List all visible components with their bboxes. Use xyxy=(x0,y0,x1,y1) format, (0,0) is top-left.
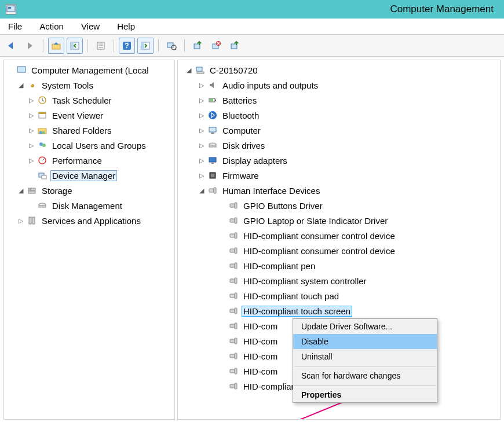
tree-label: HID-compliant pen xyxy=(242,260,317,271)
ctx-disable[interactable]: Disable xyxy=(293,334,437,349)
up-folder-button[interactable] xyxy=(48,38,64,54)
ctx-properties[interactable]: Properties xyxy=(293,387,437,402)
update-driver-button[interactable] xyxy=(189,38,206,54)
uninstall-device-button[interactable] xyxy=(227,38,243,54)
expander-icon[interactable]: ▷ xyxy=(198,111,206,119)
tree-label: HID-compliant system controller xyxy=(242,276,368,287)
ctx-update-driver[interactable]: Update Driver Software... xyxy=(293,319,437,334)
tree-shared-folders[interactable]: ▷ Shared Folders xyxy=(4,123,174,138)
device-item[interactable]: ▷HID-compliant system controller xyxy=(178,273,500,288)
device-category[interactable]: ▷Batteries xyxy=(178,93,500,108)
forward-button[interactable] xyxy=(22,38,38,54)
expander-icon[interactable]: ◢ xyxy=(198,186,206,195)
expander-icon[interactable]: ▷ xyxy=(198,171,206,179)
users-icon xyxy=(36,140,48,151)
expander-icon[interactable]: ▷ xyxy=(27,156,35,164)
expander-icon[interactable]: ▷ xyxy=(27,141,35,149)
console-tree-pane[interactable]: ▷ Computer Management (Local ◢ System To… xyxy=(3,60,175,420)
show-hidden-button[interactable] xyxy=(137,38,154,54)
tree-disk-management[interactable]: ▷ Disk Management xyxy=(4,198,174,213)
expander-icon[interactable]: ▷ xyxy=(27,111,35,119)
services-icon xyxy=(26,215,38,226)
tree-event-viewer[interactable]: ▷ Event Viewer xyxy=(4,108,174,123)
scan-button[interactable] xyxy=(163,38,180,54)
menu-action[interactable]: Action xyxy=(36,20,67,32)
svg-rect-75 xyxy=(230,339,235,343)
shared-folder-icon xyxy=(36,125,48,135)
tree-storage[interactable]: ◢ Storage xyxy=(4,183,174,198)
device-item[interactable]: ▷GPIO Laptop or Slate Indicator Driver xyxy=(178,213,500,228)
tree-label: Device Manager xyxy=(50,170,117,181)
ctx-scan[interactable]: Scan for hardware changes xyxy=(293,368,437,383)
device-item[interactable]: ▷HID-compliant consumer control device xyxy=(178,243,500,258)
expander-icon[interactable]: ▷ xyxy=(27,96,35,104)
svg-rect-77 xyxy=(230,354,235,358)
svg-rect-71 xyxy=(230,309,235,313)
tree-label: Computer xyxy=(221,125,262,136)
device-item[interactable]: ▷HID-compliant touch pad xyxy=(178,288,500,303)
device-item[interactable]: ▷GPIO Buttons Driver xyxy=(178,198,500,213)
toggle-tree-button[interactable] xyxy=(67,38,83,54)
svg-rect-41 xyxy=(196,67,202,71)
device-category[interactable]: ◢Human Interface Devices xyxy=(178,183,500,198)
expander-icon[interactable]: ▷ xyxy=(198,141,206,149)
ctx-separator xyxy=(294,385,436,386)
svg-rect-35 xyxy=(28,191,35,193)
expander-icon[interactable]: ▷ xyxy=(198,156,206,164)
expander-icon[interactable]: ▷ xyxy=(198,81,206,89)
svg-rect-39 xyxy=(29,217,31,224)
tree-label: Display adapters xyxy=(221,155,289,166)
expander-icon[interactable]: ▷ xyxy=(27,126,35,134)
firmware-icon xyxy=(207,170,218,181)
tree-task-scheduler[interactable]: ▷ Task Scheduler xyxy=(4,93,174,108)
properties-button[interactable] xyxy=(93,38,109,54)
svg-rect-59 xyxy=(230,219,235,222)
tree-label: Task Scheduler xyxy=(50,95,114,106)
svg-point-30 xyxy=(42,144,46,147)
expander-icon[interactable]: ▷ xyxy=(198,96,206,104)
toolbar-separator xyxy=(158,39,159,52)
expander-icon[interactable]: ▷ xyxy=(17,216,25,225)
svg-rect-1 xyxy=(8,7,11,9)
tree-local-users[interactable]: ▷ Local Users and Groups xyxy=(4,138,174,153)
back-button[interactable] xyxy=(3,38,20,54)
hid-icon xyxy=(228,230,239,241)
svg-rect-22 xyxy=(17,67,25,72)
svg-rect-42 xyxy=(197,72,204,74)
tree-root[interactable]: ▷ Computer Management (Local xyxy=(4,63,174,78)
menu-view[interactable]: View xyxy=(78,20,103,32)
expander-icon[interactable]: ◢ xyxy=(17,81,25,89)
expander-icon[interactable]: ◢ xyxy=(185,66,193,74)
ctx-uninstall[interactable]: Uninstall xyxy=(293,349,437,364)
hid-icon xyxy=(228,291,239,301)
expander-icon[interactable]: ▷ xyxy=(198,126,206,134)
tree-performance[interactable]: ▷ Performance xyxy=(4,153,174,168)
device-category[interactable]: ▷Computer xyxy=(178,123,500,138)
help-button[interactable]: ? xyxy=(119,38,135,54)
tree-label: Disk Management xyxy=(50,200,124,211)
menu-file[interactable]: File xyxy=(5,20,25,32)
hid-icon xyxy=(228,381,239,391)
svg-rect-44 xyxy=(215,100,216,101)
tree-label: Disk drives xyxy=(221,140,266,151)
svg-rect-66 xyxy=(235,263,237,269)
disable-device-button[interactable] xyxy=(208,38,224,54)
expander-icon[interactable]: ◢ xyxy=(17,186,25,195)
tree-services[interactable]: ▷ Services and Applications xyxy=(4,213,174,228)
device-category[interactable]: ▷Firmware xyxy=(178,168,500,183)
device-item[interactable]: ▷HID-compliant touch screen xyxy=(178,303,500,318)
device-item[interactable]: ▷HID-compliant pen xyxy=(178,258,500,273)
speaker-icon xyxy=(207,80,218,90)
tree-label: Local Users and Groups xyxy=(50,140,148,151)
device-category[interactable]: ▷Audio inputs and outputs xyxy=(178,78,500,93)
device-item[interactable]: ▷HID-compliant consumer control device xyxy=(178,228,500,243)
computer-icon xyxy=(194,65,206,75)
device-category[interactable]: ▷Disk drives xyxy=(178,138,500,153)
tree-device-manager[interactable]: ▷ Device Manager xyxy=(4,168,174,183)
tree-system-tools[interactable]: ◢ System Tools xyxy=(4,78,174,93)
menu-help[interactable]: Help xyxy=(114,20,138,32)
svg-rect-57 xyxy=(230,204,235,207)
device-category[interactable]: ▷Display adapters xyxy=(178,153,500,168)
device-category[interactable]: ▷Bluetooth xyxy=(178,108,500,123)
device-root[interactable]: ◢ C-20150720 xyxy=(178,63,500,78)
